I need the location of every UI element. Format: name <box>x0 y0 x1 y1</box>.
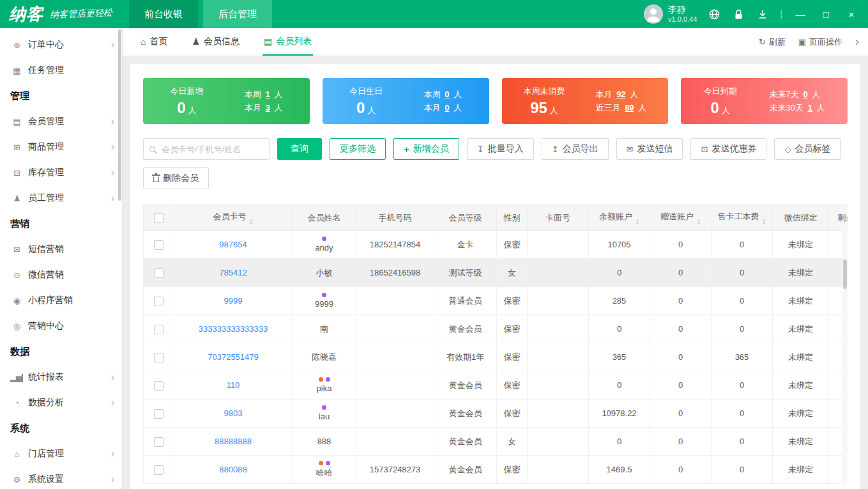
sidebar-item-store-management[interactable]: ⌂门店管理› <box>0 441 122 467</box>
stats-line-number[interactable]: 0 <box>445 89 449 99</box>
row-checkbox[interactable] <box>154 409 164 419</box>
col-header-gift[interactable]: 赠送账户▲▼ <box>650 205 712 231</box>
minimize-button[interactable]: — <box>793 9 808 20</box>
more-filters-button[interactable]: 更多筛选 <box>330 138 386 160</box>
sidebar-item-miniprogram-marketing[interactable]: ◉小程序营销 <box>0 288 122 313</box>
table-row[interactable]: 110pika黄金会员保密000未绑定 <box>144 371 848 400</box>
stats-line-number[interactable]: 1 <box>266 89 270 99</box>
stats-line-number[interactable]: 0 <box>803 89 807 99</box>
button-label: 发送短信 <box>637 143 673 155</box>
sidebar-item-data-analysis[interactable]: ◔数据分析› <box>0 390 122 415</box>
sidebar-item-statistics-report[interactable]: ▂▅▇统计报表› <box>0 364 122 390</box>
stats-line-label: 本月 <box>424 103 443 113</box>
col-header-balance[interactable]: 余额账户▲▼ <box>589 205 650 231</box>
table-row[interactable]: 99999999普通会员保密28500未绑定 <box>144 287 848 315</box>
sort-icon[interactable]: ▲▼ <box>763 219 766 225</box>
stats-card-right: 本月 92 人近三月 89 人 <box>596 88 647 114</box>
tab-home[interactable]: ⌂首页 <box>139 28 169 56</box>
row-checkbox[interactable] <box>154 381 164 391</box>
col-header-checkbox[interactable] <box>144 205 174 231</box>
sidebar-item-employee-management[interactable]: ♟员工管理› <box>0 185 122 211</box>
col-header-card_no[interactable]: 会员卡号▲▼ <box>174 205 293 231</box>
sidebar-item-order-center[interactable]: ⊕订单中心› <box>0 32 122 58</box>
search-input[interactable] <box>160 144 263 155</box>
table-row[interactable]: 9803lau黄金会员保密10978.2200未绑定 <box>144 400 848 428</box>
member-card-link[interactable]: 880088 <box>219 465 247 474</box>
stats-cards: 今日新增0人本周 1 人本月 3 人今日生日0人本周 0 人本月 0 人本周未消… <box>143 78 848 124</box>
cell-wechat: 未绑定 <box>773 231 829 259</box>
table-row[interactable]: 333333333333333南黄金会员保密000未绑定 <box>144 315 848 343</box>
refresh-button[interactable]: ↻ 刷新 <box>759 36 786 48</box>
cell-level: 黄金会员 <box>434 428 497 456</box>
stats-line-number[interactable]: 1 <box>808 103 812 113</box>
stats-line-number[interactable]: 0 <box>445 103 449 113</box>
tab-member-list[interactable]: ▤会员列表 <box>263 28 313 56</box>
table-row[interactable]: 70372551479陈晓嘉有效期1年保密3650365未绑定 <box>144 343 848 371</box>
member-card-link[interactable]: 333333333333333 <box>199 324 268 334</box>
sidebar-item-marketing-center[interactable]: ◎营销中心 <box>0 313 122 339</box>
query-button[interactable]: 查询 <box>277 138 322 160</box>
tab-member-info[interactable]: ♟会员信息 <box>190 28 241 56</box>
globe-icon[interactable] <box>707 7 721 21</box>
member-tags-button[interactable]: ◇会员标签 <box>774 138 841 160</box>
plus-icon: + <box>404 144 409 154</box>
send-sms-button[interactable]: ✉发送短信 <box>616 138 683 160</box>
avatar[interactable] <box>644 4 663 24</box>
maximize-button[interactable]: □ <box>818 9 834 20</box>
row-checkbox[interactable] <box>154 240 164 250</box>
sort-icon[interactable]: ▲▼ <box>697 219 701 225</box>
table-scrollbar-thumb[interactable] <box>843 260 847 289</box>
row-checkbox[interactable] <box>154 325 164 334</box>
col-header-fee[interactable]: 售卡工本费▲▼ <box>712 205 773 231</box>
chevron-right-icon[interactable]: › <box>855 35 859 49</box>
member-card-link[interactable]: 9999 <box>224 296 243 306</box>
table-row[interactable]: 785412小敏18652416598测试等级女000未绑定 <box>144 259 848 287</box>
lock-icon[interactable] <box>731 7 745 21</box>
sidebar-item-wechat-marketing[interactable]: ⊙微信营销 <box>0 262 122 288</box>
sidebar-item-task-management[interactable]: ▦任务管理 <box>0 58 122 83</box>
add-member-button[interactable]: +新增会员 <box>393 138 459 160</box>
trash-icon <box>153 176 159 182</box>
sidebar-item-system-settings[interactable]: ⚙系统设置› <box>0 467 122 489</box>
member-card-link[interactable]: 110 <box>227 380 240 390</box>
header-tab-backend-management[interactable]: 后台管理 <box>203 0 272 28</box>
sidebar-item-product-management[interactable]: ⊞商品管理› <box>0 134 122 160</box>
member-card-link[interactable]: 987654 <box>219 240 247 249</box>
sidebar-item-inventory-management[interactable]: ⊟库存管理› <box>0 160 122 185</box>
member-card-link[interactable]: 70372551479 <box>208 352 259 362</box>
export-members-button[interactable]: ↥会员导出 <box>542 138 609 160</box>
page-ops-button[interactable]: ▣ 页面操作 <box>798 36 842 48</box>
table-row[interactable]: 987654andy18252147854金卡保密1070500未绑定 <box>144 231 848 259</box>
sidebar-item-member-management[interactable]: ▤会员管理› <box>0 109 122 134</box>
cell-wechat: 未绑定 <box>773 428 829 456</box>
member-card-link[interactable]: 88888888 <box>215 437 252 446</box>
sidebar-item-sms-marketing[interactable]: ✉短信营销 <box>0 237 122 262</box>
sort-icon[interactable]: ▲▼ <box>250 219 254 225</box>
header-tab-front-cashier[interactable]: 前台收银 <box>129 0 198 28</box>
download-icon[interactable] <box>756 7 770 21</box>
stats-line-number[interactable]: 3 <box>266 103 270 113</box>
row-checkbox[interactable] <box>154 268 164 278</box>
table-row[interactable]: 880088哈哈15737248273黄金会员保密1469.500未绑定 <box>144 456 848 484</box>
table-scrollbar[interactable] <box>842 230 848 484</box>
col-header-label: 剩余积分 <box>838 213 848 222</box>
row-checkbox[interactable] <box>154 353 164 362</box>
cell-name: 陈晓嘉 <box>293 343 356 371</box>
stats-line-number[interactable]: 89 <box>625 103 634 113</box>
close-button[interactable]: × <box>844 9 859 20</box>
select-all-checkbox[interactable] <box>154 213 164 223</box>
cell-checkbox <box>144 400 174 428</box>
batch-import-button[interactable]: ↧批量导入 <box>467 138 534 160</box>
send-coupon-button[interactable]: ⊡发送优惠券 <box>690 138 766 160</box>
sort-icon[interactable]: ▲▼ <box>636 219 639 225</box>
row-checkbox[interactable] <box>154 465 164 475</box>
delete-members-button[interactable]: 删除会员 <box>143 167 209 189</box>
table-row[interactable]: 88888888888黄金会员女000未绑定 <box>144 428 848 456</box>
chevron-right-icon: › <box>111 116 114 127</box>
row-checkbox[interactable] <box>154 437 164 447</box>
stats-line-number[interactable]: 92 <box>616 89 625 99</box>
sidebar-scrollbar[interactable] <box>118 29 121 201</box>
member-card-link[interactable]: 9803 <box>224 408 243 418</box>
member-card-link[interactable]: 785412 <box>219 268 247 277</box>
row-checkbox[interactable] <box>154 297 164 306</box>
